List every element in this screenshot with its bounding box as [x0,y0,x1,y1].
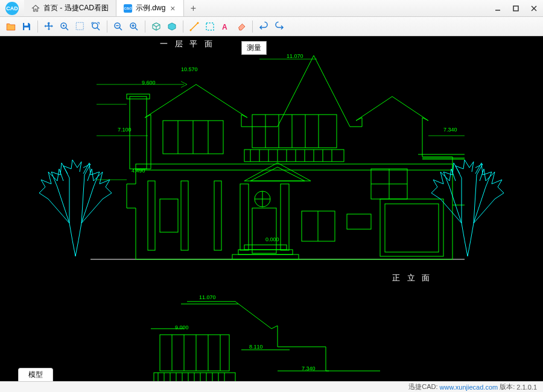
titlebar: CAD 首页 - 迅捷CAD看图 cad 示例.dwg × + [0,0,543,17]
zoom-in-button[interactable] [127,19,141,34]
svg-rect-58 [181,181,188,250]
separator [183,21,183,33]
svg-line-15 [119,27,122,30]
separator [37,21,38,33]
zoom-extent-button[interactable] [57,19,72,34]
tooltip: 测量 [241,41,267,55]
svg-text:CAD: CAD [6,5,18,11]
status-url: www.xunjiecad.com [440,384,498,391]
svg-rect-3 [513,6,518,11]
svg-rect-11 [76,22,83,30]
view3d-button[interactable] [149,19,164,34]
svg-rect-24 [206,23,214,30]
dim: 7.340 [302,365,316,371]
area-button[interactable] [203,19,217,34]
svg-rect-63 [232,254,299,259]
svg-point-23 [197,22,199,24]
svg-rect-61 [281,184,289,250]
erase-button[interactable] [234,19,249,34]
model-tab[interactable]: 模型 [18,368,53,381]
svg-rect-33 [252,115,337,148]
svg-rect-66 [160,199,178,232]
svg-line-21 [191,23,198,30]
open-button[interactable] [4,19,18,34]
dim: 9.600 [142,80,156,86]
svg-rect-59 [214,181,221,250]
dim: 7.340 [443,127,457,133]
dim: 10.570 [181,66,198,72]
home-icon [31,4,40,13]
tab-add-button[interactable]: + [184,0,202,16]
svg-rect-7 [24,27,29,30]
dim: 9.000 [175,324,189,330]
dim: 8.110 [249,344,263,350]
tab-home-label: 首页 - 迅捷CAD看图 [43,3,109,13]
svg-rect-69 [347,214,371,229]
close-button[interactable] [525,0,543,16]
separator [252,21,253,33]
svg-line-18 [135,27,138,30]
app-icon: CAD [0,0,24,16]
measure-button[interactable] [187,19,202,34]
tree-right [428,157,507,259]
zoom-out-button[interactable] [111,19,125,34]
tab-file[interactable]: cad 示例.dwg × [116,0,184,16]
maximize-button[interactable] [507,0,525,16]
drawing-canvas[interactable]: 测量 一 层 平 面 正 立 面 [0,36,543,381]
window-controls [489,0,543,16]
tab-home[interactable]: 首页 - 迅捷CAD看图 [24,0,116,16]
dwg-icon: cad [124,4,132,13]
text-button[interactable]: A [218,19,233,34]
toolbar: A [0,17,543,36]
status-version-label: 版本: [500,382,515,391]
svg-rect-27 [130,96,147,169]
status-version: 2.1.0.1 [516,384,537,391]
svg-rect-80 [160,335,229,371]
dim: 4.490 [132,168,145,174]
separator [145,21,145,33]
svg-rect-6 [24,23,28,26]
elevation-title: 正 立 面 [392,273,432,283]
dim: 0.000 [265,236,279,242]
svg-rect-57 [148,181,155,250]
pan-button[interactable] [42,19,56,34]
statusbar: 迅捷CAD: www.xunjiecad.com 版本: 2.1.0.1 [0,381,543,392]
svg-point-22 [190,29,192,31]
tree-left [36,157,115,259]
zoom-fit-button[interactable] [89,19,103,34]
svg-rect-60 [240,184,249,250]
separator [107,21,107,33]
elevation-drawing-2 [121,289,386,381]
save-button[interactable] [19,19,34,34]
svg-line-13 [97,27,100,30]
minimize-button[interactable] [489,0,507,16]
svg-line-74 [181,84,187,87]
tab-close-icon[interactable]: × [169,5,176,12]
svg-point-10 [63,25,65,27]
dim: 7.100 [118,127,132,133]
svg-line-73 [181,81,187,84]
status-brand: 迅捷CAD: [408,382,437,391]
redo-button[interactable] [272,19,287,34]
cube-button[interactable] [165,19,179,34]
undo-button[interactable] [256,19,271,34]
svg-text:A: A [222,22,227,31]
svg-line-9 [66,27,69,30]
dim: 11.070 [287,53,303,59]
dim: 11.070 [199,294,216,300]
tab-file-label: 示例.dwg [136,3,165,13]
zoom-window-button[interactable] [73,19,87,34]
svg-rect-62 [252,208,276,253]
